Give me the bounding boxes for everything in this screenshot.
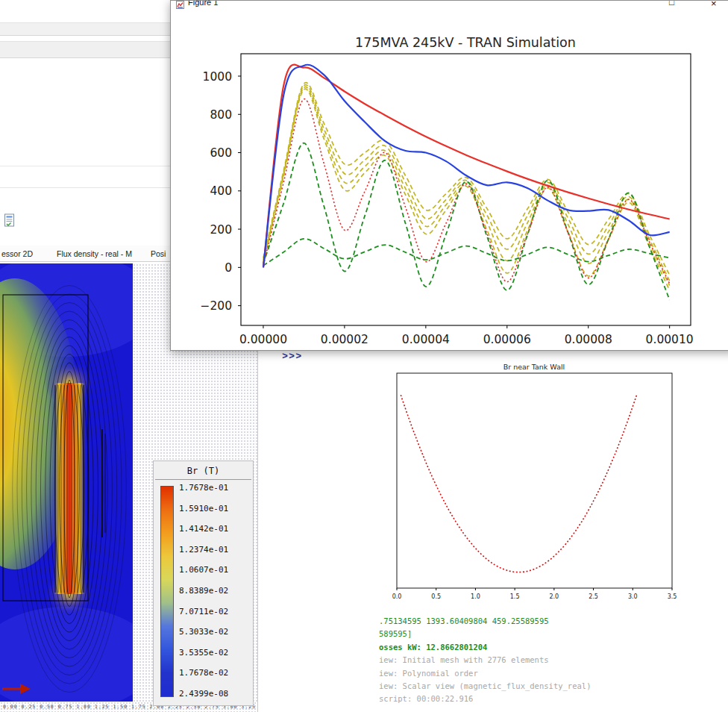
console-line: iew: Initial mesh with 2776 elements <box>379 654 728 666</box>
legend-value: 1.7678e-02 <box>179 668 228 678</box>
y-tick-label: 200 <box>210 223 232 237</box>
console-line: osses kW: 12.8662801204 <box>379 641 728 654</box>
postprocessor-tab-bar: essor 2D Flux density - real - M Posi <box>0 246 171 262</box>
legend-value: 1.0607e-01 <box>179 565 228 575</box>
tab-flux-density-real[interactable]: Flux density - real - M <box>57 249 132 258</box>
legend-value: 7.0711e-02 <box>179 607 228 616</box>
tab-position[interactable]: Posi <box>151 249 166 258</box>
x-tick-label: 0.0 <box>392 593 402 600</box>
legend-value: 1.5910e-01 <box>179 504 228 513</box>
y-tick-label: 600 <box>210 146 232 160</box>
report-icon[interactable] <box>4 213 16 228</box>
y-tick-label: −200 <box>200 299 232 313</box>
x-tick-label: 1.5 <box>510 593 520 600</box>
divider-line-1 <box>0 166 171 166</box>
colorbar-legend: Br (T) 1.7678e-011.5910e-011.4142e-011.2… <box>153 460 254 706</box>
legend-value: 1.7678e-01 <box>179 483 228 493</box>
console-line: .75134595 1393.60409804 459.25589595 <box>379 615 728 628</box>
report-icon-graphic <box>4 213 16 228</box>
console-line: script: 00:00:22.916 <box>379 693 728 705</box>
tab-postprocessor-2d[interactable]: essor 2D <box>1 249 33 258</box>
x-tick-label: 0.00008 <box>565 333 612 346</box>
y-tick-label: 800 <box>210 108 232 122</box>
figure-window: Figure 1 □ × 0.000000.000020.000040.0000… <box>170 0 728 351</box>
console-output: .75134595 1393.60409804 459.255895955895… <box>379 615 728 706</box>
legend-value: 2.4399e-08 <box>179 689 228 699</box>
legend-colorbar <box>160 486 174 697</box>
x-tick-label: 3.5 <box>668 593 677 600</box>
toolbar-strip-2 <box>0 41 171 58</box>
fem-flux-graphic <box>0 263 133 702</box>
x-tick-label: 0.00004 <box>402 333 450 346</box>
y-tick-label: 1000 <box>203 70 232 84</box>
x-tick-label: 0.00010 <box>646 333 694 346</box>
x-tick-label: 0.00002 <box>321 333 368 346</box>
legend-values: 1.7678e-011.5910e-011.4142e-011.2374e-01… <box>179 483 228 699</box>
x-tick-label: 0.00000 <box>239 333 287 346</box>
legend-title: Br (T) <box>154 461 253 479</box>
toolbar-strip-1 <box>0 22 171 36</box>
x-tick-label: 2.5 <box>589 593 598 600</box>
x-tick-label: 3.0 <box>628 593 638 600</box>
fem-flux-view[interactable] <box>0 263 133 702</box>
legend-value: 1.2374e-01 <box>179 545 228 555</box>
y-tick-label: 400 <box>210 184 232 198</box>
divider-line-2 <box>0 187 171 188</box>
x-tick-label: 1.0 <box>471 593 480 600</box>
x-tick-label: 2.0 <box>549 593 559 600</box>
legend-value: 3.5355e-02 <box>179 648 228 658</box>
legend-value: 1.4142e-01 <box>179 524 228 534</box>
chart-title: 175MVA 245kV - TRAN Simulation <box>355 35 576 50</box>
br-chart: 0.00.51.01.52.02.53.03.5Br near Tank Wal… <box>379 360 677 603</box>
legend-value: 8.8389e-02 <box>179 586 228 596</box>
tran-chart: 0.000000.000020.000040.000060.000080.000… <box>171 1 728 351</box>
legend-value: 5.3033e-02 <box>179 627 228 637</box>
chart-title: Br near Tank Wall <box>503 363 565 371</box>
console-line: iew: Polynomial order <box>379 667 728 680</box>
x-tick-label: 0.5 <box>431 593 441 600</box>
console-line: iew: Scalar view (magnetic_flux_density_… <box>379 680 728 693</box>
y-tick-label: 0 <box>225 261 232 275</box>
x-tick-label: 0.00006 <box>483 333 531 346</box>
console-line: 589595] <box>379 628 728 640</box>
console-prompt: >>> <box>282 350 302 361</box>
